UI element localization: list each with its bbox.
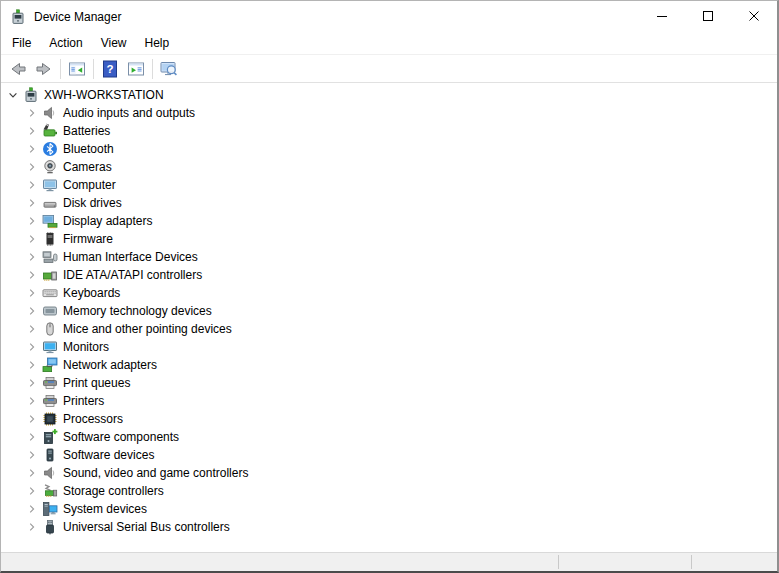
chevron-right-icon[interactable] xyxy=(24,483,40,499)
device-manager-icon xyxy=(10,9,26,25)
menu-item-view[interactable]: View xyxy=(92,33,136,53)
chevron-right-icon[interactable] xyxy=(24,339,40,355)
camera-icon xyxy=(42,159,58,175)
tree-item-display-adapters[interactable]: Display adapters xyxy=(1,212,777,230)
show-console-tree-button[interactable] xyxy=(64,57,90,81)
tree-item-label[interactable]: Display adapters xyxy=(63,212,152,230)
tree-item-software-devices[interactable]: Software devices xyxy=(1,446,777,464)
chevron-right-icon[interactable] xyxy=(24,195,40,211)
back-button[interactable] xyxy=(5,57,31,81)
tree-item-processors[interactable]: Processors xyxy=(1,410,777,428)
tree-item-label[interactable]: Storage controllers xyxy=(63,482,164,500)
chevron-right-icon[interactable] xyxy=(24,519,40,535)
chevron-right-icon[interactable] xyxy=(24,123,40,139)
chevron-right-icon[interactable] xyxy=(24,285,40,301)
properties-button[interactable] xyxy=(123,57,149,81)
chevron-right-icon[interactable] xyxy=(24,321,40,337)
chevron-right-icon[interactable] xyxy=(24,447,40,463)
title-bar: Device Manager xyxy=(1,1,777,32)
tree-item-label[interactable]: Print queues xyxy=(63,374,130,392)
chevron-right-icon[interactable] xyxy=(24,105,40,121)
chevron-right-icon[interactable] xyxy=(24,177,40,193)
tree-item-mice-and-other-pointing-devices[interactable]: Mice and other pointing devices xyxy=(1,320,777,338)
tree-item-firmware[interactable]: Firmware xyxy=(1,230,777,248)
tree-item-label[interactable]: Software devices xyxy=(63,446,154,464)
tree-item-label[interactable]: Software components xyxy=(63,428,179,446)
tree-item-audio-inputs-and-outputs[interactable]: Audio inputs and outputs xyxy=(1,104,777,122)
tree-item-cameras[interactable]: Cameras xyxy=(1,158,777,176)
disk-drive-icon xyxy=(42,195,58,211)
tree-item-bluetooth[interactable]: Bluetooth xyxy=(1,140,777,158)
window-controls xyxy=(639,1,777,32)
tree-item-print-queues[interactable]: Print queues xyxy=(1,374,777,392)
tree-item-label[interactable]: Keyboards xyxy=(63,284,120,302)
chevron-right-icon[interactable] xyxy=(24,249,40,265)
chevron-right-icon[interactable] xyxy=(24,465,40,481)
tree-item-human-interface-devices[interactable]: Human Interface Devices xyxy=(1,248,777,266)
tree-item-label[interactable]: Mice and other pointing devices xyxy=(63,320,232,338)
back-icon xyxy=(9,60,27,78)
tree-item-label[interactable]: Monitors xyxy=(63,338,109,356)
tree-item-monitors[interactable]: Monitors xyxy=(1,338,777,356)
processor-icon xyxy=(42,411,58,427)
tree-item-software-components[interactable]: Software components xyxy=(1,428,777,446)
maximize-icon xyxy=(703,10,713,24)
tree-item-universal-serial-bus-controllers[interactable]: Universal Serial Bus controllers xyxy=(1,518,777,536)
tree-item-label[interactable]: Processors xyxy=(63,410,123,428)
chevron-right-icon[interactable] xyxy=(24,357,40,373)
status-separator xyxy=(558,555,559,569)
tree-item-xwh-workstation[interactable]: XWH-WORKSTATION xyxy=(1,86,777,104)
maximize-button[interactable] xyxy=(685,1,731,32)
menu-item-help[interactable]: Help xyxy=(136,33,179,53)
chevron-right-icon[interactable] xyxy=(24,231,40,247)
chevron-right-icon[interactable] xyxy=(24,375,40,391)
tree-item-label[interactable]: Audio inputs and outputs xyxy=(63,104,195,122)
tree-item-network-adapters[interactable]: Network adapters xyxy=(1,356,777,374)
tree-item-label[interactable]: Human Interface Devices xyxy=(63,248,198,266)
chevron-down-icon[interactable] xyxy=(5,87,21,103)
tree-item-label[interactable]: XWH-WORKSTATION xyxy=(44,86,164,104)
tree-item-disk-drives[interactable]: Disk drives xyxy=(1,194,777,212)
tree-item-label[interactable]: Firmware xyxy=(63,230,113,248)
tree-item-label[interactable]: Sound, video and game controllers xyxy=(63,464,248,482)
chevron-right-icon[interactable] xyxy=(24,303,40,319)
close-button[interactable] xyxy=(731,1,777,32)
status-bar xyxy=(1,552,777,571)
display-adapter-icon xyxy=(42,213,58,229)
chevron-right-icon[interactable] xyxy=(24,411,40,427)
tree-item-memory-technology-devices[interactable]: Memory technology devices xyxy=(1,302,777,320)
chevron-right-icon[interactable] xyxy=(24,267,40,283)
tree-item-label[interactable]: Cameras xyxy=(63,158,112,176)
tree-item-label[interactable]: Network adapters xyxy=(63,356,157,374)
chevron-right-icon[interactable] xyxy=(24,213,40,229)
chevron-right-icon[interactable] xyxy=(24,159,40,175)
tree-item-label[interactable]: Batteries xyxy=(63,122,110,140)
chevron-right-icon[interactable] xyxy=(24,429,40,445)
tree-item-label[interactable]: Universal Serial Bus controllers xyxy=(63,518,230,536)
tree-item-label[interactable]: IDE ATA/ATAPI controllers xyxy=(63,266,202,284)
tree-item-sound-video-and-game-controllers[interactable]: Sound, video and game controllers xyxy=(1,464,777,482)
menu-item-action[interactable]: Action xyxy=(40,33,91,53)
tree-item-label[interactable]: System devices xyxy=(63,500,147,518)
tree-item-label[interactable]: Memory technology devices xyxy=(63,302,212,320)
scan-hardware-changes-button[interactable] xyxy=(156,57,182,81)
tree-item-system-devices[interactable]: System devices xyxy=(1,500,777,518)
tree-item-label[interactable]: Disk drives xyxy=(63,194,122,212)
menu-item-file[interactable]: File xyxy=(3,33,40,53)
chevron-right-icon[interactable] xyxy=(24,141,40,157)
help-button[interactable]: ? xyxy=(97,57,123,81)
tree-item-batteries[interactable]: Batteries xyxy=(1,122,777,140)
chevron-right-icon[interactable] xyxy=(24,501,40,517)
tree-item-label[interactable]: Computer xyxy=(63,176,116,194)
forward-button[interactable] xyxy=(31,57,57,81)
memory-icon xyxy=(42,303,58,319)
tree-item-printers[interactable]: Printers xyxy=(1,392,777,410)
tree-item-computer[interactable]: Computer xyxy=(1,176,777,194)
tree-item-storage-controllers[interactable]: Storage controllers xyxy=(1,482,777,500)
minimize-button[interactable] xyxy=(639,1,685,32)
chevron-right-icon[interactable] xyxy=(24,393,40,409)
tree-item-label[interactable]: Bluetooth xyxy=(63,140,114,158)
tree-item-keyboards[interactable]: Keyboards xyxy=(1,284,777,302)
tree-item-ide-ata-atapi-controllers[interactable]: IDE ATA/ATAPI controllers xyxy=(1,266,777,284)
tree-item-label[interactable]: Printers xyxy=(63,392,104,410)
